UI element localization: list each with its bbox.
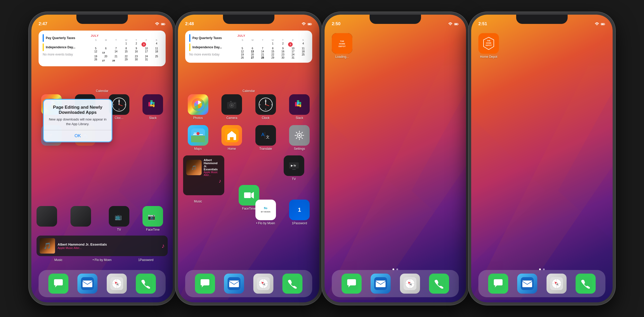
phone1-calendar-label: Calendar [31,89,173,93]
phone2-flo-icon[interactable]: floBY MOEN [255,200,276,220]
phone4-homedepot-wrapper[interactable]: THE HOME DEPOT Home Depot [478,33,499,59]
phone1-dialog-ok-button[interactable]: OK [48,130,107,142]
phone2-camera-icon[interactable] [221,94,242,115]
phone4-homedepot-icon[interactable]: THE HOME DEPOT [478,33,499,54]
phone3-loading-icon-wrapper[interactable]: THEHOMEDEPOT Loading... [332,33,352,59]
phone1-dock-messages[interactable] [48,274,68,294]
phone1-dock-safari[interactable] [107,274,127,294]
phone1-dock-mail[interactable] [77,274,97,294]
phone2-tv-icon[interactable]: ▶ tv [284,155,304,176]
phone2-1password-label: 1Password [292,221,307,225]
svg-rect-54 [139,277,152,290]
phone2-clock-wrapper[interactable]: 12369 Clock [251,94,281,120]
phone1-tv-icon[interactable]: 📺 [109,206,129,227]
phone2-tv-wrapper[interactable]: ▶ tv TV [273,155,314,181]
phone2-cal-events: Pay Quarterly Taxes Independence Day... … [189,34,234,59]
phone2-home-icon[interactable] [221,125,242,146]
phone2-music-app-label: Music [194,200,202,203]
svg-text:THE: THE [340,40,344,42]
phone2-camera-wrapper[interactable]: Camera [217,94,247,120]
phone2-photos-wrapper[interactable]: Photos [183,94,213,120]
phone2-dock-phone[interactable] [282,274,302,294]
phone2-calendar-label: Calendar [178,89,319,93]
phone2-home-wrapper[interactable]: Home [217,125,247,151]
phone2-slack-icon[interactable] [289,94,310,115]
svg-rect-4 [162,24,164,25]
phone1-facetime-wrapper[interactable]: 📷 FaceTime [138,206,168,231]
svg-rect-114 [292,169,296,170]
phone2-camera-label: Camera [226,116,237,120]
phone2-music-app-wrapper[interactable]: Music [183,200,213,225]
svg-rect-133 [455,24,457,25]
svg-point-94 [196,132,200,135]
phone3-status-icons [448,22,459,26]
phone2-calendar-widget[interactable]: Pay Quarterly Taxes Independence Day... … [185,31,312,63]
phone1-slack-wrapper[interactable]: Slack [138,94,168,120]
phone2-settings-wrapper[interactable]: Settings [285,125,315,151]
phone1-flo-label: • Flo by Moen [80,258,124,262]
phone1-cal-events: Pay Quarterly Taxes Independence Day... … [43,34,88,63]
phone2-1password-wrapper[interactable]: 1 1Password [285,200,315,225]
svg-rect-141 [376,281,386,287]
phone2-settings-icon[interactable] [289,125,310,146]
phone1-slack-icon[interactable] [142,94,163,115]
phone2-no-events: No more events today [189,53,234,56]
svg-text:▶ tv: ▶ tv [291,164,296,167]
phone-3-wrapper: 2:50 THEHOMEDEPOT [322,12,469,305]
svg-rect-29 [153,102,155,104]
phone1-bottom-section: 📺 TV 📷 FaceTime [37,206,168,262]
svg-text:6: 6 [119,108,120,110]
phone2-flo-wrapper[interactable]: floBY MOEN • Flo by Moen [251,200,281,225]
phone2-slack-wrapper[interactable]: Slack [285,94,315,120]
phone3-dock-messages[interactable] [342,274,362,294]
phone2-maps-wrapper[interactable]: 280 Maps [183,125,213,151]
svg-rect-97 [259,128,273,142]
svg-rect-89 [295,105,297,106]
phone2-music-note: ♪ [219,178,221,184]
phone2-1password-icon[interactable]: 1 [289,200,310,220]
phone2-photos-icon[interactable] [188,94,208,115]
phone-4-wrapper: 2:51 THE [469,12,615,305]
phone2-event2-label: Independence Day... [192,45,222,49]
phone3-dock-mail[interactable] [371,274,391,294]
phone1-calendar-widget[interactable]: Pay Quarterly Taxes Independence Day... … [39,31,166,66]
phone1-blank2 [70,206,91,227]
phone1-facetime-icon[interactable]: 📷 [142,206,163,227]
phone2-dock-mail[interactable] [224,274,244,294]
phone2-clock-icon[interactable]: 12369 [255,94,276,115]
svg-rect-169 [579,277,592,290]
svg-rect-148 [433,277,445,290]
phone2-photos-label: Photos [193,116,203,120]
phone1-notch [76,15,128,24]
phone3-dock-phone[interactable] [429,274,449,294]
phone2-music-title: Albert Hammond Jr. Essentials [204,158,221,171]
phone1-tv-wrapper[interactable]: 📺 TV [104,206,134,231]
phone2-translate-icon[interactable]: A文 [255,125,276,146]
phone4-dock-phone[interactable] [576,274,596,294]
phone3-dock-safari[interactable] [400,274,420,294]
svg-text:HOME: HOME [486,42,491,44]
svg-text:DEPOT: DEPOT [338,45,346,48]
phone2-dock-safari[interactable] [253,274,273,294]
battery-icon [161,22,166,26]
phone3-dock [332,270,459,297]
phone3-wifi-icon [448,22,453,26]
phone4-dock-safari[interactable] [547,274,567,294]
phone2-translate-wrapper[interactable]: A文 Translate [251,125,281,151]
svg-text:THE: THE [487,40,490,42]
svg-point-103 [299,135,300,136]
phone4-dock-mail[interactable] [517,274,537,294]
svg-point-68 [235,103,235,104]
svg-text:9: 9 [260,104,261,106]
svg-text:📷: 📷 [148,213,155,220]
phone4-dock-messages[interactable] [488,274,508,294]
phone2-maps-icon[interactable]: 280 [188,125,208,146]
phone2-dock-messages[interactable] [195,274,215,294]
phone2-battery-icon [308,22,312,26]
phone2-music-widget[interactable]: 🎵 Albert Hammond Jr. Essentials Apple Mu… [183,155,224,195]
phone2-event1-dot [189,34,190,42]
phone1-music-title: Albert Hammond Jr. Essentials [58,243,159,246]
phone3-loading-icon[interactable]: THEHOMEDEPOT [332,33,352,54]
phone1-music-widget[interactable]: 🎵 Albert Hammond Jr. Essentials Apple Mu… [37,236,168,256]
phone1-dock-phone[interactable] [136,274,156,294]
